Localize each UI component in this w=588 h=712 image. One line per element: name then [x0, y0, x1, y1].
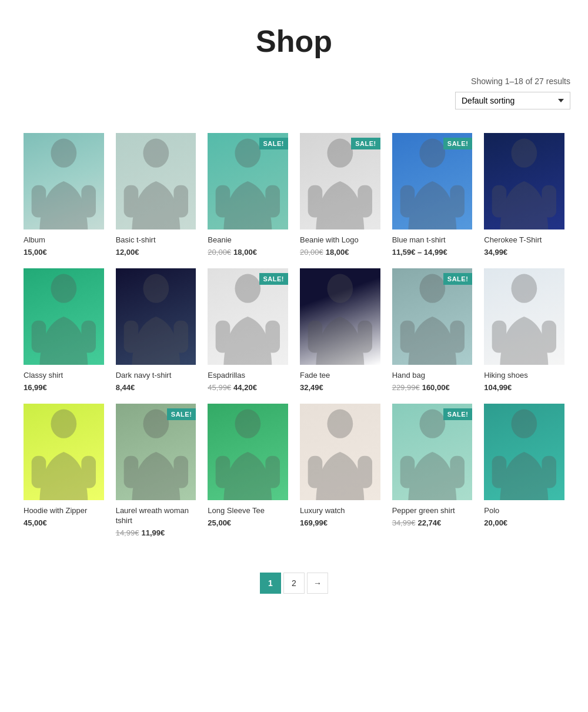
product-name-classy: Classy shirt: [24, 371, 104, 381]
sale-price-beanie: 18,00€: [233, 248, 257, 257]
original-price-beanie: 20,00€: [208, 248, 231, 257]
product-card-handbag[interactable]: SALE! Hand bag 229,99€160,00€: [386, 262, 479, 398]
page-next-button[interactable]: →: [307, 573, 328, 594]
shop-header: Showing 1–18 of 27 results Default sorti…: [0, 76, 588, 121]
product-image-dark-navy: [116, 268, 196, 365]
svg-rect-2: [81, 185, 96, 218]
svg-point-9: [327, 139, 353, 168]
product-image-laurel: SALE!: [116, 404, 196, 500]
svg-rect-23: [173, 321, 188, 353]
product-card-espadrillas[interactable]: SALE! Espadrillas 45,99€44,20€: [202, 262, 294, 398]
price-fade-tee: 32,49€: [300, 383, 323, 392]
sale-badge-blue-man: SALE!: [443, 138, 473, 149]
product-price-luxury: 169,99€: [300, 518, 380, 527]
product-card-luxury[interactable]: Luxury watch 169,99€: [294, 398, 386, 543]
product-price-handbag: 229,99€160,00€: [392, 383, 473, 392]
product-card-hoodie[interactable]: Hoodie with Zipper 45,00€: [18, 398, 110, 543]
svg-point-45: [327, 409, 353, 438]
product-name-hoodie: Hoodie with Zipper: [24, 506, 104, 516]
price-hoodie: 45,00€: [24, 518, 47, 527]
product-image-basic-tshirt: [116, 133, 196, 229]
product-image-luxury: [300, 404, 380, 500]
price-luxury: 169,99€: [300, 518, 328, 527]
price-polo: 20,00€: [484, 518, 507, 527]
sale-badge-handbag: SALE!: [443, 273, 473, 285]
sale-badge-laurel: SALE!: [167, 408, 196, 420]
product-card-fade-tee[interactable]: Fade tee 32,49€: [294, 262, 386, 398]
product-image-espadrillas: SALE!: [208, 268, 288, 365]
svg-rect-29: [358, 321, 372, 353]
product-card-classy[interactable]: Classy shirt 16,99€: [18, 262, 110, 398]
page-2-button[interactable]: 2: [283, 573, 305, 594]
svg-rect-52: [492, 456, 507, 488]
price-hiking: 104,99€: [484, 383, 512, 392]
price-classy: 16,99€: [24, 383, 47, 392]
product-name-pepper: Pepper green shirt: [392, 506, 473, 516]
product-card-blue-man[interactable]: SALE! Blue man t-shirt 11,59€ – 14,99€: [386, 127, 479, 262]
svg-rect-8: [266, 185, 280, 218]
svg-point-18: [51, 274, 76, 302]
product-card-cherokee[interactable]: Cherokee T-Shirt 34,99€: [478, 127, 570, 262]
sale-price-handbag: 160,00€: [422, 383, 450, 392]
product-price-hiking: 104,99€: [484, 383, 564, 392]
svg-rect-7: [216, 185, 230, 218]
svg-rect-49: [400, 456, 415, 488]
svg-point-42: [235, 409, 261, 438]
product-name-dark-navy: Dark navy t-shirt: [116, 371, 196, 381]
product-card-hiking[interactable]: Hiking shoes 104,99€: [478, 262, 570, 398]
sale-badge-pepper: SALE!: [443, 408, 473, 420]
svg-rect-38: [81, 456, 96, 488]
product-image-blue-man: SALE!: [392, 133, 473, 229]
product-card-beanie[interactable]: SALE! Beanie 20,00€18,00€: [202, 127, 294, 262]
svg-rect-31: [400, 321, 415, 353]
product-image-pepper: SALE!: [392, 404, 473, 500]
product-price-hoodie: 45,00€: [24, 518, 104, 527]
svg-rect-41: [173, 456, 188, 488]
original-price-pepper: 34,99€: [392, 518, 416, 527]
product-card-pepper[interactable]: SALE! Pepper green shirt 34,99€22,74€: [386, 398, 479, 543]
product-name-cherokee: Cherokee T-Shirt: [484, 235, 564, 245]
product-card-beanie-logo[interactable]: SALE! Beanie with Logo 20,00€18,00€: [294, 127, 386, 262]
product-card-basic-tshirt[interactable]: Basic t-shirt 12,00€: [110, 127, 202, 262]
svg-rect-44: [266, 456, 280, 488]
product-image-beanie-logo: SALE!: [300, 133, 380, 229]
svg-rect-5: [173, 185, 188, 218]
svg-point-3: [143, 139, 169, 168]
product-card-laurel[interactable]: SALE! Laurel wreath woman tshirt 14,99€1…: [110, 398, 202, 543]
svg-rect-25: [216, 321, 230, 353]
product-card-polo[interactable]: Polo 20,00€: [478, 398, 570, 543]
product-name-fade-tee: Fade tee: [300, 371, 380, 381]
sale-price-beanie-logo: 18,00€: [326, 248, 349, 257]
product-image-fade-tee: [300, 268, 380, 365]
product-image-hiking: [484, 268, 564, 365]
product-name-laurel: Laurel wreath woman tshirt: [116, 506, 196, 526]
product-price-beanie: 20,00€18,00€: [208, 248, 288, 257]
svg-rect-11: [358, 185, 372, 218]
svg-point-15: [512, 139, 537, 168]
svg-rect-17: [542, 185, 557, 218]
svg-rect-14: [450, 185, 465, 218]
product-price-longsleeve: 25,00€: [208, 518, 288, 527]
product-price-classy: 16,99€: [24, 383, 104, 392]
product-card-album[interactable]: Album 15,00€: [18, 127, 110, 262]
page-1-button[interactable]: 1: [260, 573, 281, 594]
product-card-longsleeve[interactable]: Long Sleeve Tee 25,00€: [202, 398, 294, 543]
svg-rect-26: [266, 321, 280, 353]
product-image-classy: [24, 268, 104, 365]
sort-dropdown[interactable]: Default sortingSort by popularitySort by…: [455, 92, 570, 109]
price-longsleeve: 25,00€: [208, 518, 231, 527]
product-price-polo: 20,00€: [484, 518, 564, 527]
product-card-dark-navy[interactable]: Dark navy t-shirt 8,44€: [110, 262, 202, 398]
product-name-basic-tshirt: Basic t-shirt: [116, 235, 196, 245]
product-name-espadrillas: Espadrillas: [208, 371, 288, 381]
product-price-espadrillas: 45,99€44,20€: [208, 383, 288, 392]
svg-point-27: [327, 274, 353, 302]
svg-rect-20: [81, 321, 96, 353]
product-price-beanie-logo: 20,00€18,00€: [300, 248, 380, 257]
product-grid: Album 15,00€ Basic t-shirt 12,00€ SALE!: [0, 121, 588, 549]
original-price-beanie-logo: 20,00€: [300, 248, 323, 257]
sale-price-espadrillas: 44,20€: [233, 383, 257, 392]
svg-rect-37: [32, 456, 46, 488]
svg-rect-32: [450, 321, 465, 353]
svg-point-51: [512, 409, 537, 438]
